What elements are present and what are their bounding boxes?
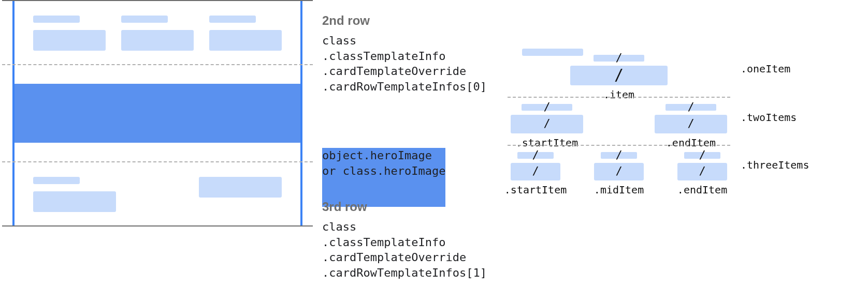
three-items-label: .threeItems [741,159,809,171]
placeholder-bar: / [684,152,720,159]
placeholder-bar: / [655,115,727,133]
annotation-hero-line: object.heroImage [322,148,445,163]
one-item-label: .oneItem [741,63,790,75]
annotation-row2: 2nd row class .classTemplateInfo .cardTe… [322,13,487,95]
one-item: / / .item [570,55,668,85]
placeholder-bar [121,16,168,23]
three-end-caption: .endItem [677,184,727,196]
card-row3-col-end [209,177,282,212]
placeholder-bar: / [570,66,668,85]
slash-icon: / [687,101,694,113]
slash-icon: / [615,165,622,177]
card-row3-col-start [33,177,106,212]
placeholder-bar [199,177,282,198]
three-start-caption: .startItem [504,184,567,196]
annotation-row3: 3rd row class .classTemplateInfo .cardTe… [322,200,487,281]
placeholder-bar: / [601,152,637,159]
placeholder-bar [33,16,80,23]
annotation-hero: object.heroImage or class.heroImage [322,148,445,207]
annotation-row3-line: .classTemplateInfo [322,235,487,250]
placeholder-bar: / [517,152,554,159]
placeholder-bar: / [594,163,644,180]
slash-icon: / [699,149,705,161]
slash-icon: / [532,165,539,177]
placeholder-bar [33,30,106,51]
slash-icon: / [532,149,539,161]
annotation-row2-line: .cardRowTemplateInfos[0] [322,79,487,95]
slash-icon: / [615,149,622,161]
three-end-item: / / .endItem [677,152,727,180]
card-row-3 [15,162,300,225]
placeholder-bar [121,30,194,51]
placeholder-bar [33,191,116,212]
placeholder-bar: / [511,163,560,180]
annotation-row2-heading: 2nd row [322,13,487,28]
dashed-divider [2,64,313,65]
slash-icon: / [543,101,550,113]
placeholder-bar: / [511,115,583,133]
slash-icon: / [699,165,705,177]
placeholder-bar: / [594,55,644,62]
placeholder-bar [209,30,282,51]
slash-icon: / [614,67,624,83]
placeholder-bar [33,177,80,184]
card-row2-col1 [33,16,106,51]
two-items-label: .twoItems [741,111,797,124]
three-mid-item: / / .midItem [594,152,644,180]
tier-one-item: / / .item .oneItem [508,49,730,97]
card-row-2 [15,1,300,64]
annotation-row3-line: .cardTemplateOverride [322,250,487,265]
annotation-row2-line: .cardTemplateOverride [322,64,487,79]
card-hero-image [15,84,300,143]
slash-icon: / [615,52,622,64]
placeholder-bar: / [677,163,727,180]
placeholder-bar [209,16,256,23]
annotation-hero-line: or class.heroImage [322,163,445,179]
card-row3-gap [121,177,194,212]
card-row2-col2 [121,16,194,51]
annotation-row3-heading: 3rd row [322,200,487,214]
placeholder-bar: / [666,104,716,111]
three-mid-caption: .midItem [594,184,644,196]
annotation-row3-line: class [322,219,487,235]
three-start-item: / / .startItem [511,152,560,180]
tier-three-items: / / .startItem / / .midItem / / .endItem… [508,145,730,192]
card-bottom-border [2,225,313,226]
card-row2-col3 [209,16,282,51]
tier-two-items: / / .startItem / / .endItem .twoItems [508,97,730,145]
slash-icon: / [687,118,694,129]
item-layout-diagram: / / .item .oneItem / / .startItem / / .e… [508,49,730,192]
card-template-diagram [12,0,302,226]
annotation-row2-line: .classTemplateInfo [322,49,487,64]
annotation-row3-line: .cardRowTemplateInfos[1] [322,265,487,281]
two-start-item: / / .startItem [511,104,583,133]
two-end-item: / / .endItem [655,104,727,133]
placeholder-bar: / [522,104,572,111]
annotation-row2-line: class [322,33,487,49]
slash-icon: / [543,118,550,129]
